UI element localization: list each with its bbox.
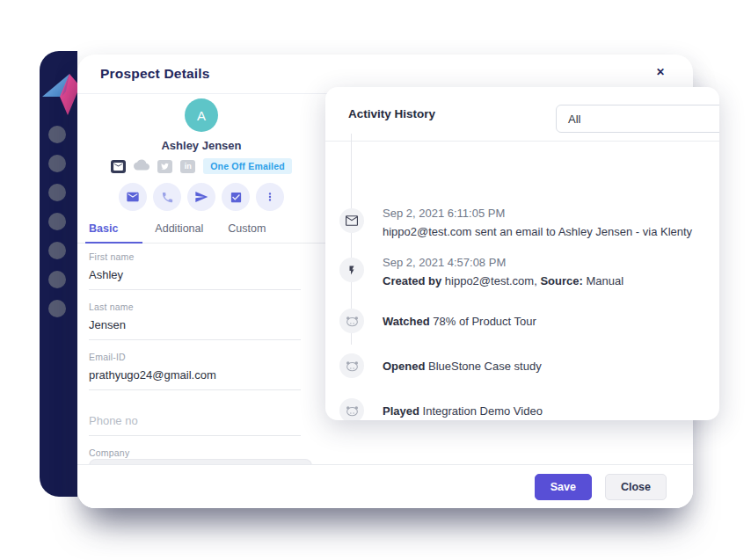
email-field[interactable]: Email-ID prathyugo24@gmail.com [89, 352, 301, 390]
field-label: Last name [89, 302, 301, 312]
field-label: First name [89, 251, 301, 262]
app-sidebar [40, 51, 77, 497]
activity-history-panel: Activity History All Sep 2, 2021 6:11:05… [325, 87, 719, 420]
sidebar-nav-dot[interactable] [48, 300, 66, 317]
save-button[interactable]: Save [535, 474, 592, 500]
phone-field[interactable]: Phone no [89, 414, 301, 436]
activity-item: Sep 2, 2021 4:57:08 PM Created by hippo2… [339, 258, 707, 290]
send-sequence-button[interactable] [187, 183, 215, 211]
sidebar-nav-dot[interactable] [48, 126, 66, 143]
detail-tabs: Basic Additional Custom [77, 219, 325, 244]
social-row: in One Off Emailed [77, 158, 325, 174]
tasks-button[interactable] [222, 183, 250, 211]
page-background: Prospect Details ✕ A Ashley Jensen in On… [0, 0, 751, 560]
linkedin-icon[interactable]: in [180, 160, 195, 173]
activity-text: Opened BlueStone Case study [383, 357, 542, 378]
cloud-icon[interactable] [134, 158, 149, 174]
avatar: A [185, 98, 218, 132]
field-value[interactable]: Jensen [89, 318, 301, 331]
activity-text: Sep 2, 2021 4:57:08 PM Created by hippo2… [383, 253, 623, 290]
prospect-actions [77, 183, 325, 211]
call-button[interactable] [153, 183, 181, 211]
activity-text: Watched 78% of Product Tour [383, 312, 536, 333]
klenty-logo-icon [41, 72, 82, 116]
close-button[interactable]: Close [605, 474, 667, 500]
tab-additional[interactable]: Additional [142, 219, 215, 243]
activity-time: Sep 2, 2021 6:11:05 PM [383, 204, 692, 222]
modal-footer: Save Close [77, 464, 693, 508]
lightning-icon [339, 258, 364, 282]
activity-text: Sep 2, 2021 6:11:05 PM hippo2@test.com s… [383, 204, 692, 241]
activity-item: Watched 78% of Product Tour [339, 309, 707, 333]
more-options-icon[interactable] [256, 183, 284, 211]
email-icon [339, 208, 364, 233]
activity-filter-select[interactable]: All [556, 105, 719, 133]
first-name-field[interactable]: First name Ashley [89, 251, 301, 290]
sidebar-nav-dot[interactable] [48, 213, 66, 230]
activity-header: Activity History All [325, 87, 719, 142]
sidebar-nav-dot[interactable] [48, 242, 66, 259]
sidebar-nav-dot[interactable] [48, 155, 66, 172]
email-status-icon[interactable] [111, 160, 126, 173]
activity-time: Sep 2, 2021 4:57:08 PM [383, 253, 623, 272]
field-label: Company [89, 447, 301, 458]
send-email-button[interactable] [119, 183, 147, 211]
hippo-icon [339, 309, 364, 333]
status-badge: One Off Emailed [203, 158, 292, 174]
activity-item: Played Integration Demo Video [339, 398, 707, 420]
field-value[interactable]: Ashley [89, 268, 301, 281]
prospect-summary-column: A Ashley Jensen in One Off Emailed [77, 94, 325, 464]
hippo-icon [339, 398, 364, 420]
activity-title: Activity History [348, 107, 435, 120]
tab-custom[interactable]: Custom [215, 219, 278, 243]
field-placeholder[interactable]: Phone no [89, 414, 301, 427]
prospect-form: First name Ashley Last name Jensen Email… [77, 244, 325, 486]
sidebar-nav-dot[interactable] [48, 271, 66, 288]
activity-text: Played Integration Demo Video [383, 402, 543, 420]
tab-basic[interactable]: Basic [85, 219, 142, 244]
last-name-field[interactable]: Last name Jensen [89, 302, 301, 340]
sidebar-nav-dot[interactable] [48, 184, 66, 201]
activity-filter-value: All [568, 113, 580, 126]
activity-item: Sep 2, 2021 6:11:05 PM hippo2@test.com s… [339, 208, 707, 241]
field-value[interactable]: prathyugo24@gmail.com [89, 368, 301, 382]
field-label: Email-ID [89, 352, 301, 362]
page-title: Prospect Details [100, 66, 210, 82]
twitter-icon[interactable] [157, 160, 172, 173]
activity-item: Opened BlueStone Case study [339, 353, 707, 378]
close-icon[interactable]: ✕ [656, 67, 665, 77]
hippo-icon [339, 353, 364, 378]
prospect-name: Ashley Jensen [77, 139, 325, 152]
